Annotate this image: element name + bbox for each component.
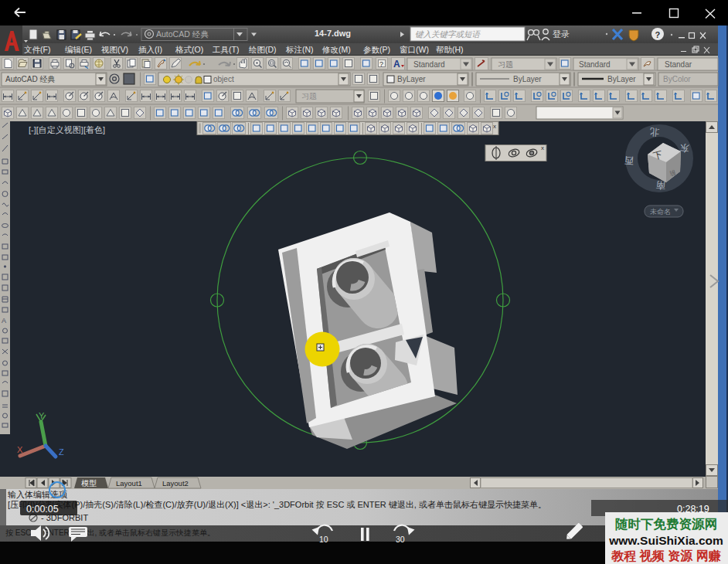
svg-text:Layout1: Layout1: [116, 479, 142, 488]
svg-text:窗口(W): 窗口(W): [400, 45, 429, 54]
svg-text:X: X: [17, 445, 23, 454]
svg-text:模型: 模型: [81, 479, 97, 488]
svg-text:未命名: 未命名: [650, 208, 671, 216]
svg-text:AutoCAD 经典: AutoCAD 经典: [156, 29, 209, 39]
svg-text:登录: 登录: [553, 29, 570, 39]
svg-text:A: A: [2, 317, 6, 324]
svg-text:习题: 习题: [301, 92, 317, 100]
svg-text:Z: Z: [59, 447, 64, 457]
svg-text:[-][自定义视图][着色]: [-][自定义视图][着色]: [29, 125, 105, 134]
svg-text:[压印(I)/分割实体(P)/抽壳(S)/清除(L)/检查(: [压印(I)/分割实体(P)/抽壳(S)/清除(L)/检查(C)/放弃(U)/退…: [8, 500, 546, 509]
svg-text:ByColor: ByColor: [663, 75, 691, 83]
svg-text:10: 10: [319, 535, 328, 544]
svg-text:Standard: Standard: [579, 60, 611, 69]
svg-text:Y: Y: [39, 411, 45, 420]
svg-text:?: ?: [655, 30, 661, 39]
svg-text:Standard: Standard: [413, 60, 445, 69]
svg-text:西: 西: [624, 155, 634, 166]
svg-text:视图(V): 视图(V): [101, 45, 128, 54]
svg-text:ByLayer: ByLayer: [513, 75, 542, 83]
svg-text:习题: 习题: [498, 60, 513, 69]
svg-text:14-7.dwg: 14-7.dwg: [315, 29, 351, 38]
svg-text:标注(N): 标注(N): [285, 45, 314, 54]
svg-text:object: object: [213, 75, 234, 83]
svg-text:绘图(D): 绘图(D): [249, 45, 277, 54]
svg-text:教程 视频 资源 网赚: 教程 视频 资源 网赚: [611, 549, 720, 562]
svg-text:?: ?: [379, 60, 383, 68]
svg-text:Standar: Standar: [665, 60, 692, 69]
svg-text:ByLayer: ByLayer: [607, 75, 636, 83]
svg-text:键入关键字或短语: 键入关键字或短语: [415, 29, 481, 39]
svg-text:修改(M): 修改(M): [321, 45, 351, 54]
svg-text:0:00:05: 0:00:05: [26, 504, 59, 515]
svg-text:A: A: [393, 59, 400, 70]
svg-text:插入(I): 插入(I): [138, 45, 162, 54]
svg-text:参数(P): 参数(P): [363, 45, 390, 54]
svg-text:随时下免费资源网: 随时下免费资源网: [615, 517, 717, 531]
svg-text:编辑(E): 编辑(E): [65, 45, 92, 54]
svg-text:东: 东: [679, 142, 689, 154]
svg-text:x: x: [493, 123, 496, 130]
svg-text:ByLayer: ByLayer: [397, 75, 426, 83]
svg-text:北: 北: [649, 126, 659, 138]
svg-text:格式(O): 格式(O): [175, 45, 203, 54]
svg-text:AutoCAD 经典: AutoCAD 经典: [5, 75, 55, 83]
svg-text:30: 30: [396, 535, 405, 544]
svg-text:Layout2: Layout2: [162, 479, 189, 488]
svg-text:文件(F): 文件(F): [24, 45, 50, 54]
svg-text:x: x: [541, 144, 544, 151]
svg-text:帮助(H): 帮助(H): [436, 45, 464, 54]
svg-text:www.SuiShiXia.com: www.SuiShiXia.com: [608, 534, 723, 547]
svg-text:工具(T): 工具(T): [212, 45, 239, 54]
